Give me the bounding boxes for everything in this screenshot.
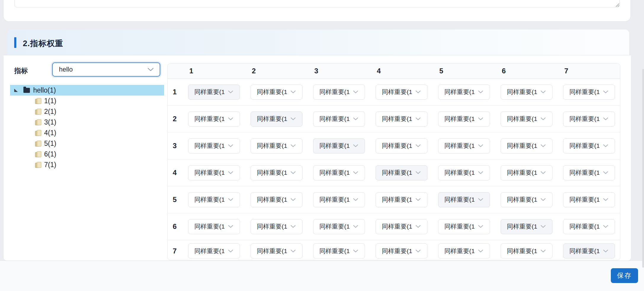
cell-dropdown[interactable]: 同样重要(1 [563, 138, 615, 153]
cell-dropdown[interactable]: 同样重要(1 [313, 219, 365, 234]
matrix-cell: 同样重要(1 [188, 165, 251, 180]
tree-node-label: 5(1) [44, 140, 56, 148]
tree-node[interactable]: 7(1) [10, 159, 164, 170]
cell-dropdown[interactable]: 同样重要(1 [563, 85, 615, 100]
cell-dropdown[interactable]: 同样重要(1 [438, 219, 490, 234]
cell-dropdown[interactable]: 同样重要(1 [501, 85, 552, 100]
cell-dropdown[interactable]: 同样重要(1 [251, 192, 302, 207]
cell-dropdown[interactable]: 同样重要(1 [251, 243, 302, 258]
matrix-cell: 同样重要(1 [188, 219, 251, 234]
cell-dropdown[interactable]: 同样重要(1 [376, 85, 427, 100]
chevron-down-icon [603, 225, 608, 228]
cell-dropdown[interactable]: 同样重要(1 [188, 165, 240, 180]
cell-value: 同样重要(1 [507, 169, 537, 177]
matrix-row-header: 3 [168, 142, 188, 150]
cell-value: 同样重要(1 [569, 169, 600, 177]
tree-node[interactable]: 3(1) [10, 117, 164, 127]
save-button[interactable]: 保存 [611, 268, 638, 283]
cell-value: 同样重要(1 [382, 195, 412, 204]
cell-dropdown[interactable]: 同样重要(1 [563, 165, 615, 180]
cell-value: 同样重要(1 [507, 115, 537, 123]
cell-dropdown[interactable]: 同样重要(1 [313, 85, 365, 100]
matrix-cell: 同样重要(1 [188, 111, 251, 127]
matrix-cell: 同样重要(1 [188, 85, 251, 100]
cell-value: 同样重要(1 [319, 247, 350, 255]
file-icon [35, 161, 42, 168]
cell-dropdown[interactable]: 同样重要(1 [251, 165, 302, 180]
cell-value: 同样重要(1 [569, 115, 600, 123]
cell-dropdown[interactable]: 同样重要(1 [251, 138, 302, 153]
chevron-down-icon [416, 198, 421, 201]
matrix-cell: 同样重要(1 [251, 165, 313, 180]
file-icon [35, 140, 42, 147]
cell-dropdown[interactable]: 同样重要(1 [563, 111, 615, 127]
cell-value: 同样重要(1 [194, 169, 225, 177]
cell-value: 同样重要(1 [257, 247, 287, 255]
matrix-cell: 同样重要(1 [376, 85, 438, 100]
indicator-select[interactable]: hello [52, 62, 160, 77]
chevron-down-icon [291, 171, 296, 174]
cell-dropdown[interactable]: 同样重要(1 [438, 138, 490, 153]
matrix-cell: 同样重要(1 [251, 243, 313, 258]
tree-node[interactable]: 6(1) [10, 149, 164, 159]
chevron-down-icon [416, 171, 421, 174]
cell-dropdown[interactable]: 同样重要(1 [501, 165, 552, 180]
chevron-down-icon [228, 144, 233, 147]
cell-dropdown[interactable]: 同样重要(1 [501, 111, 552, 127]
tree-node-root[interactable]: hello(1) [10, 85, 164, 96]
description-textarea[interactable] [15, 0, 620, 7]
cell-dropdown[interactable]: 同样重要(1 [376, 192, 427, 207]
cell-dropdown[interactable]: 同样重要(1 [313, 243, 365, 258]
matrix-row-header: 7 [168, 247, 188, 255]
cell-dropdown[interactable]: 同样重要(1 [188, 243, 240, 258]
footer-bar [0, 261, 644, 291]
cell-dropdown[interactable]: 同样重要(1 [438, 111, 490, 127]
cell-dropdown[interactable]: 同样重要(1 [313, 165, 365, 180]
tree-node-label: hello(1) [33, 86, 56, 94]
tree-node[interactable]: 5(1) [10, 138, 164, 149]
cell-dropdown: 同样重要(1 [563, 243, 615, 258]
cell-dropdown[interactable]: 同样重要(1 [438, 243, 490, 258]
cell-dropdown[interactable]: 同样重要(1 [376, 243, 427, 258]
cell-dropdown[interactable]: 同样重要(1 [563, 219, 615, 234]
cell-dropdown[interactable]: 同样重要(1 [188, 138, 240, 153]
cell-value: 同样重要(1 [569, 88, 600, 96]
cell-dropdown[interactable]: 同样重要(1 [188, 219, 240, 234]
cell-value: 同样重要(1 [569, 195, 600, 204]
file-icon [35, 130, 42, 136]
cell-dropdown[interactable]: 同样重要(1 [376, 138, 427, 153]
scrollbar-thumb[interactable] [642, 69, 644, 268]
cell-value: 同样重要(1 [444, 142, 475, 150]
cell-dropdown[interactable]: 同样重要(1 [251, 219, 302, 234]
cell-dropdown[interactable]: 同样重要(1 [501, 243, 552, 258]
cell-dropdown[interactable]: 同样重要(1 [438, 85, 490, 100]
cell-value: 同样重要(1 [569, 142, 600, 150]
matrix-cell: 同样重要(1 [313, 165, 376, 180]
cell-dropdown[interactable]: 同样重要(1 [313, 192, 365, 207]
cell-dropdown[interactable]: 同样重要(1 [376, 219, 427, 234]
matrix-cell: 同样重要(1 [501, 111, 563, 127]
cell-value: 同样重要(1 [257, 222, 287, 231]
cell-value: 同样重要(1 [507, 195, 537, 204]
resize-grip-icon[interactable] [615, 3, 619, 7]
tree-node[interactable]: 2(1) [10, 106, 164, 117]
cell-value: 同样重要(1 [382, 115, 412, 123]
cell-dropdown[interactable]: 同样重要(1 [438, 165, 490, 180]
chevron-down-icon [353, 171, 358, 174]
cell-dropdown[interactable]: 同样重要(1 [501, 138, 552, 153]
cell-dropdown[interactable]: 同样重要(1 [188, 192, 240, 207]
chevron-down-icon [228, 171, 233, 174]
cell-dropdown[interactable]: 同样重要(1 [313, 111, 365, 127]
matrix-cell: 同样重要(1 [188, 138, 251, 153]
chevron-down-icon [603, 250, 608, 253]
tree-expander-icon[interactable] [14, 89, 18, 92]
cell-value: 同样重要(1 [382, 169, 412, 177]
tree-node[interactable]: 4(1) [10, 127, 164, 138]
cell-dropdown[interactable]: 同样重要(1 [188, 111, 240, 127]
cell-dropdown[interactable]: 同样重要(1 [376, 111, 427, 127]
tree-node[interactable]: 1(1) [10, 96, 164, 106]
cell-dropdown[interactable]: 同样重要(1 [501, 192, 552, 207]
cell-dropdown[interactable]: 同样重要(1 [563, 192, 615, 207]
chevron-down-icon [478, 171, 483, 174]
cell-dropdown[interactable]: 同样重要(1 [251, 85, 302, 100]
